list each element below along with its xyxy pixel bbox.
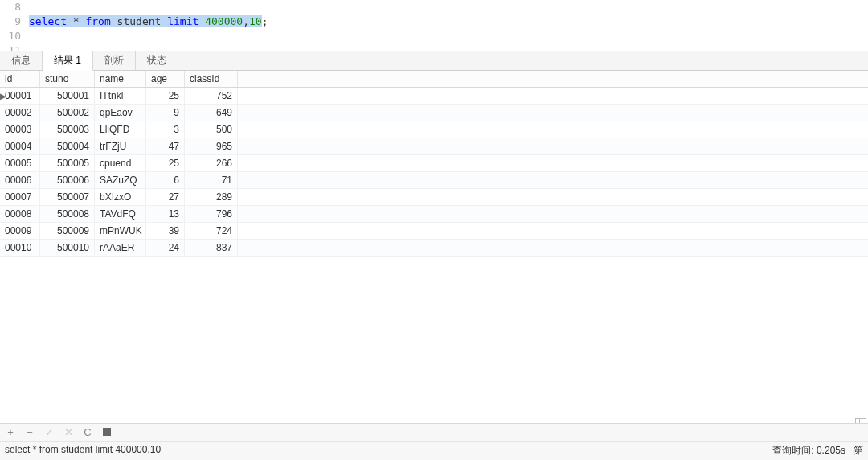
cell-classid[interactable]: 649 [185,105,238,121]
apply-button[interactable]: ✓ [43,426,55,438]
line-number: 10 [0,29,29,43]
cell-age[interactable]: 39 [146,223,185,239]
add-row-button[interactable]: + [5,426,16,438]
tab-info[interactable]: 信息 [0,51,43,70]
status-query-time: 查询时间: 0.205s [772,445,845,456]
cell-age[interactable]: 6 [146,172,185,188]
col-stuno[interactable]: stuno [40,71,95,87]
cell-name[interactable]: mPnWUK [95,223,146,239]
table-row[interactable]: 00009500009mPnWUK39724 [0,223,868,240]
line-number: 8 [0,0,29,14]
cell-name[interactable]: SAZuZQ [95,172,146,188]
line-number: 11 [0,43,29,51]
table-row[interactable]: 00004500004trFZjU47965 [0,138,868,155]
cell-classid[interactable]: 724 [185,223,238,239]
cell-name[interactable]: ITtnkl [95,88,146,104]
cell-classid[interactable]: 752 [185,88,238,104]
sql-editor[interactable]: 8 9 select * from student limit 400000,1… [0,0,868,51]
refresh-button[interactable]: C [82,426,93,438]
table-row[interactable]: ▶00001500001ITtnkl25752 [0,88,868,105]
cell-age[interactable]: 3 [146,121,185,138]
grid-header-row: id stuno name age classId [0,71,868,88]
code-line[interactable] [29,43,868,51]
col-id[interactable]: id [0,71,40,87]
table-row[interactable]: 00008500008TAVdFQ13796 [0,206,868,223]
table-row[interactable]: 00005500005cpuend25266 [0,155,868,172]
tab-result1[interactable]: 结果 1 [43,51,93,71]
cell-stuno[interactable]: 500007 [40,189,95,205]
cell-id[interactable]: 00002 [0,105,40,121]
cell-name[interactable]: LliQFD [95,121,146,138]
cell-stuno[interactable]: 500005 [40,155,95,171]
cell-stuno[interactable]: 500001 [40,88,95,104]
tab-profile[interactable]: 剖析 [93,51,136,70]
cell-classid[interactable]: 796 [185,206,238,222]
tab-status[interactable]: 状态 [136,51,178,70]
cell-stuno[interactable]: 500002 [40,105,95,121]
cell-name[interactable]: rAAaER [95,240,146,256]
line-number: 9 [0,14,29,29]
cell-id[interactable]: 00009 [0,223,40,239]
table-row[interactable]: 00010500010rAAaER24837 [0,240,868,257]
status-page: 第 [854,445,863,456]
cell-stuno[interactable]: 500009 [40,223,95,239]
cell-id[interactable]: 00004 [0,138,40,154]
cell-classid[interactable]: 266 [185,155,238,171]
status-query-text: select * from student limit 400000,10 [5,444,161,458]
cell-id[interactable]: 00007 [0,189,40,205]
cell-age[interactable]: 25 [146,155,185,171]
cell-id[interactable]: 00003 [0,121,40,138]
cell-name[interactable]: qpEaov [95,105,146,121]
current-row-indicator-icon: ▶ [0,88,6,105]
col-classid[interactable]: classId [185,71,238,87]
cell-age[interactable]: 47 [146,138,185,154]
table-row[interactable]: 00006500006SAZuZQ671 [0,172,868,189]
cell-classid[interactable]: 71 [185,172,238,188]
cell-classid[interactable]: 837 [185,240,238,256]
col-age[interactable]: age [146,71,185,87]
cell-id[interactable]: 00006 [0,172,40,188]
cell-age[interactable]: 13 [146,206,185,222]
code-line[interactable] [29,0,868,14]
cell-name[interactable]: trFZjU [95,138,146,154]
table-row[interactable]: 00007500007bXIzxO27289 [0,189,868,206]
stop-button[interactable] [101,426,113,438]
cell-id[interactable]: 00005 [0,155,40,171]
cell-id[interactable]: 00010 [0,240,40,256]
cell-id[interactable]: 00008 [0,206,40,222]
stop-icon [103,428,111,436]
cell-name[interactable]: cpuend [95,155,146,171]
cell-name[interactable]: bXIzxO [95,189,146,205]
cell-name[interactable]: TAVdFQ [95,206,146,222]
cell-stuno[interactable]: 500010 [40,240,95,256]
cell-stuno[interactable]: 500003 [40,121,95,138]
cancel-button[interactable]: ✕ [63,426,74,438]
status-bar: select * from student limit 400000,10 查询… [0,442,868,460]
cell-classid[interactable]: 500 [185,121,238,138]
cell-age[interactable]: 9 [146,105,185,121]
cell-classid[interactable]: 289 [185,189,238,205]
delete-row-button[interactable]: − [24,426,35,438]
cell-stuno[interactable]: 500004 [40,138,95,154]
cell-age[interactable]: 25 [146,88,185,104]
cell-stuno[interactable]: 500006 [40,172,95,188]
col-name[interactable]: name [95,71,146,87]
cell-age[interactable]: 27 [146,189,185,205]
result-tabs: 信息 结果 1 剖析 状态 [0,51,868,71]
cell-classid[interactable]: 965 [185,138,238,154]
table-row[interactable]: 00002500002qpEaov9649 [0,105,868,121]
footer: + − ✓ ✕ C select * from student limit 40… [0,423,868,460]
code-line[interactable]: select * from student limit 400000,10; [29,14,868,29]
table-row[interactable]: 00003500003LliQFD3500 [0,121,868,138]
code-line[interactable] [29,29,868,43]
record-toolbar: + − ✓ ✕ C [0,424,868,442]
cell-stuno[interactable]: 500008 [40,206,95,222]
result-grid[interactable]: id stuno name age classId ▶00001500001IT… [0,71,868,257]
cell-age[interactable]: 24 [146,240,185,256]
grid-body: ▶00001500001ITtnkl2575200002500002qpEaov… [0,88,868,257]
